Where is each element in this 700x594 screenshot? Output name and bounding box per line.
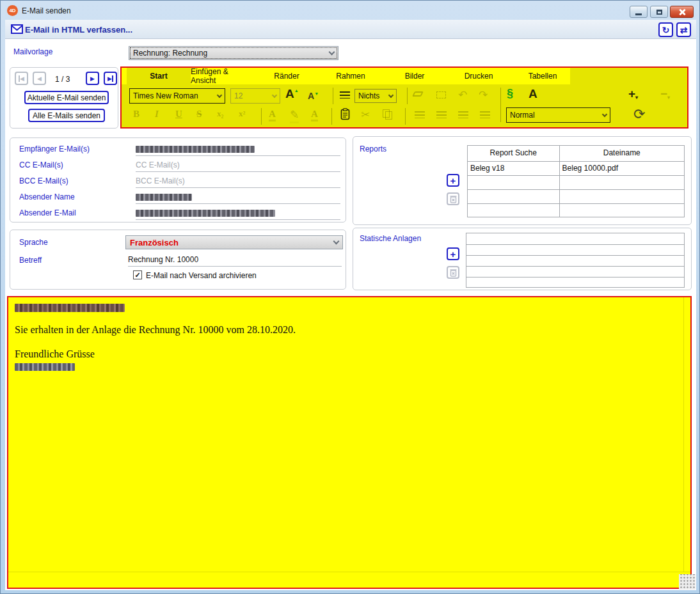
email-body-editor[interactable]: Sie erhalten in der Anlage die Rechnung … xyxy=(7,296,692,589)
text-background-button[interactable]: A xyxy=(311,109,318,121)
refresh-style-button[interactable]: ⟳ xyxy=(633,106,645,123)
app-icon: 4D xyxy=(7,5,18,16)
subscript-button[interactable]: x₂ xyxy=(217,109,223,119)
underline-button[interactable]: U xyxy=(175,109,182,120)
mailvorlage-select[interactable]: Rechnung: Rechnung xyxy=(129,46,338,60)
redo-button[interactable]: ↷ xyxy=(479,88,488,102)
list-style-icon[interactable] xyxy=(340,91,350,98)
font-color-button[interactable]: A xyxy=(269,109,276,121)
check-icon: ✓ xyxy=(134,271,140,279)
bold-button[interactable]: B xyxy=(133,109,139,120)
separator xyxy=(405,108,406,125)
add-report-button[interactable]: + xyxy=(447,174,459,187)
table-row[interactable] xyxy=(468,175,684,189)
table-row[interactable] xyxy=(466,277,684,287)
resize-grip[interactable] xyxy=(679,574,696,590)
maximize-icon xyxy=(656,10,662,15)
reload-button[interactable]: ↻ xyxy=(658,22,673,37)
recipients-panel: Empfänger E-Mail(s) CC E-Mail(s) CC E-Ma… xyxy=(10,137,346,223)
table-row[interactable] xyxy=(468,189,684,203)
first-page-button[interactable]: ◀ xyxy=(15,72,28,85)
body-line-2: Freundliche Grüsse xyxy=(15,348,95,360)
send-current-button[interactable]: Aktuelle E-Mail senden xyxy=(24,91,109,104)
strikethrough-button[interactable]: S xyxy=(196,109,202,120)
tab-einfuegen-ansicht[interactable]: Einfügen & Ansicht xyxy=(191,68,255,84)
minimize-button[interactable] xyxy=(630,6,648,18)
align-left-button[interactable] xyxy=(415,111,425,118)
font-size-select[interactable]: 12 xyxy=(230,88,280,104)
paste-icon[interactable] xyxy=(340,108,350,120)
delete-attachment-button[interactable] xyxy=(447,266,459,279)
tab-start[interactable]: Start xyxy=(127,68,191,84)
last-page-button[interactable]: ▶ xyxy=(104,72,117,85)
last-bar-icon xyxy=(112,75,113,82)
sprache-select[interactable]: Französisch xyxy=(125,235,343,249)
table-row[interactable]: Beleg v18 Beleg 10000.pdf xyxy=(468,161,684,175)
maximize-button[interactable] xyxy=(650,6,668,18)
eraser-icon[interactable] xyxy=(413,91,422,97)
absender-name-input[interactable] xyxy=(136,194,192,201)
archive-checkbox[interactable]: ✓ xyxy=(133,270,142,279)
editor-scrollbar-divider-horizontal xyxy=(8,572,690,572)
font-family-select[interactable]: Times New Roman xyxy=(129,88,225,104)
reports-table: Report Suche Dateiname Beleg v18 Beleg 1… xyxy=(467,145,685,217)
table-row[interactable] xyxy=(466,266,684,277)
send-all-button[interactable]: Alle E-Mails senden xyxy=(28,109,105,122)
chevron-down-icon xyxy=(272,92,277,97)
bcc-input[interactable]: BCC E-Mail(s) xyxy=(136,176,185,185)
remove-button[interactable]: − ▾ xyxy=(660,87,670,101)
reports-header-row: Report Suche Dateiname xyxy=(468,146,684,161)
column-header: Dateiname xyxy=(559,146,684,161)
tab-rahmen[interactable]: Rahmen xyxy=(319,68,383,84)
absender-email-label: Absender E-Mail xyxy=(19,208,76,217)
highlight-button[interactable]: ✎ xyxy=(290,108,299,123)
align-center-button[interactable] xyxy=(436,111,447,118)
chevron-down-icon xyxy=(329,49,335,55)
tab-drucken[interactable]: Drucken xyxy=(447,68,511,84)
plus-icon: + xyxy=(450,249,456,260)
paragraph-marks-button[interactable]: § xyxy=(507,87,513,100)
superscript-button[interactable]: x² xyxy=(239,109,245,119)
italic-button[interactable]: I xyxy=(155,109,159,120)
tab-raender[interactable]: Ränder xyxy=(255,68,319,84)
next-page-button[interactable]: ▶ xyxy=(86,72,99,85)
field-underline xyxy=(136,171,340,172)
table-row[interactable] xyxy=(468,203,684,217)
font-bigger-button[interactable]: A▲ xyxy=(285,87,299,101)
delete-report-button[interactable] xyxy=(447,192,459,205)
add-button[interactable]: + ▾ xyxy=(628,87,638,101)
betreff-input[interactable]: Rechnung Nr. 10000 xyxy=(128,255,198,264)
select-box-icon[interactable] xyxy=(436,91,446,98)
align-right-button[interactable] xyxy=(458,111,468,118)
empfaenger-input[interactable] xyxy=(136,146,255,153)
list-style-select[interactable]: Nichts xyxy=(354,89,397,103)
undo-button[interactable]: ↶ xyxy=(458,88,467,102)
app-window: 4D E-Mail senden E-Mail in HTML verfasse… xyxy=(0,0,700,594)
table-row[interactable] xyxy=(466,233,684,244)
copy-button[interactable] xyxy=(383,109,392,118)
table-row[interactable] xyxy=(466,255,684,266)
chevron-down-icon xyxy=(333,238,340,244)
caret-icon: ▾ xyxy=(667,95,670,100)
reload-icon: ↻ xyxy=(662,25,670,35)
cut-button[interactable]: ✂ xyxy=(361,108,370,121)
align-justify-button[interactable] xyxy=(480,111,490,118)
font-dialog-button[interactable]: A xyxy=(529,87,537,101)
tab-bilder[interactable]: Bilder xyxy=(383,68,447,84)
table-row[interactable] xyxy=(466,244,684,255)
close-icon xyxy=(678,8,686,16)
window-title: E-Mail senden xyxy=(22,6,71,15)
chevron-down-icon xyxy=(602,111,607,116)
paragraph-style-select[interactable]: Normal xyxy=(506,107,610,123)
close-button[interactable] xyxy=(670,6,694,18)
tab-tabellen[interactable]: Tabellen xyxy=(511,68,575,84)
font-smaller-button[interactable]: A▼ xyxy=(308,91,319,101)
cc-input[interactable]: CC E-Mail(s) xyxy=(136,160,180,169)
separator xyxy=(331,108,332,125)
static-attachments-panel: Statische Anlagen + xyxy=(353,228,692,290)
sync-button[interactable]: ⇄ xyxy=(676,22,691,37)
attachments-table xyxy=(466,233,685,288)
previous-page-button[interactable]: ◀ xyxy=(33,72,46,85)
absender-email-input[interactable] xyxy=(136,210,275,217)
add-attachment-button[interactable]: + xyxy=(447,247,459,260)
